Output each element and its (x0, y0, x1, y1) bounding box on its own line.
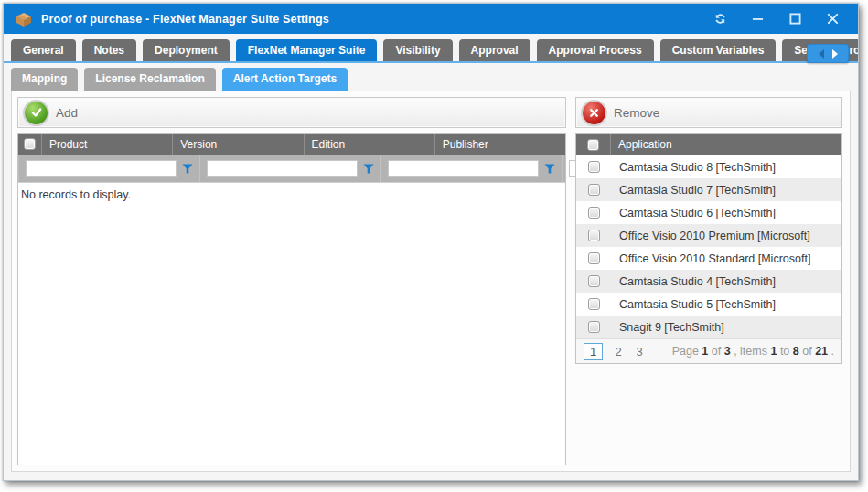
column-header[interactable]: Version (173, 134, 304, 155)
products-toolbar: Add (17, 97, 566, 128)
main-tab[interactable]: Custom Variables (660, 39, 777, 61)
application-name: Snagit 9 [TechSmith] (611, 321, 841, 334)
sub-tab-label: Alert Action Targets (233, 72, 337, 85)
products-grid-header: Product Version Edition Publisher (18, 134, 565, 155)
select-all-checkbox[interactable] (24, 138, 36, 150)
refresh-icon[interactable] (713, 12, 727, 27)
application-row[interactable]: Office Visio 2010 Standard [Microsoft] (576, 247, 841, 270)
tab-scroll-buttons[interactable] (807, 44, 849, 63)
remove-button[interactable]: Remove (583, 102, 659, 124)
column-header-label: Publisher (443, 138, 488, 151)
pager-summary-token: 8 (793, 345, 799, 358)
tab-scroll-left-icon[interactable] (818, 49, 825, 59)
application-row[interactable]: Camtasia Studio 6 [TechSmith] (576, 201, 841, 224)
main-tab[interactable]: Visibility (383, 39, 452, 61)
page-number[interactable]: 3 (634, 345, 645, 358)
row-checkbox[interactable] (588, 298, 600, 310)
application-row[interactable]: Office Visio 2010 Premium [Microsoft] (576, 224, 841, 247)
main-tab[interactable]: Approval Process (537, 39, 654, 61)
main-tab-label: Custom Variables (672, 44, 765, 57)
filter-input[interactable] (26, 160, 177, 177)
pager-summary-token: of (712, 345, 724, 358)
pager-pages: 1 2 3 (584, 343, 645, 360)
row-checkbox-cell (576, 298, 611, 310)
application-name: Camtasia Studio 5 [TechSmith] (611, 298, 841, 311)
row-checkbox-cell (576, 161, 611, 173)
add-button[interactable]: Add (25, 102, 78, 124)
row-checkbox-cell (576, 321, 611, 333)
sub-tab[interactable]: Mapping (11, 68, 78, 91)
row-checkbox-cell (576, 207, 611, 219)
column-header[interactable]: Application (611, 134, 841, 155)
select-all-checkbox[interactable] (587, 139, 599, 151)
window-title: Proof of purchase - FlexNet Manager Suit… (41, 13, 329, 26)
row-checkbox[interactable] (588, 161, 600, 173)
main-tab[interactable]: Notes (82, 39, 136, 61)
pager-summary: Page 1 of 3 , items 1 to (672, 345, 834, 358)
row-checkbox-cell (576, 252, 611, 264)
main-tab-label: FlexNet Manager Suite (248, 44, 366, 57)
row-checkbox[interactable] (588, 275, 600, 287)
sub-tab[interactable]: Alert Action Targets (222, 68, 348, 91)
application-row[interactable]: Camtasia Studio 7 [TechSmith] (576, 178, 841, 201)
column-header-label: Edition (312, 138, 346, 151)
filter-input[interactable] (388, 160, 539, 177)
column-header[interactable]: Edition (305, 134, 435, 155)
row-checkbox[interactable] (588, 230, 600, 241)
row-checkbox-cell (576, 230, 611, 241)
sub-tab-label: License Reclamation (95, 72, 204, 85)
main-tab[interactable]: Approval (459, 39, 530, 61)
application-row[interactable]: Snagit 9 [TechSmith] (576, 316, 841, 338)
remove-button-label: Remove (614, 106, 659, 120)
application-name: Camtasia Studio 6 [TechSmith] (611, 207, 841, 219)
sub-tab-label: Mapping (22, 72, 67, 85)
products-filter-row (18, 155, 565, 182)
main-tab-label: Notes (94, 44, 124, 57)
application-name: Office Visio 2010 Premium [Microsoft] (611, 230, 841, 242)
filter-input[interactable] (207, 160, 358, 177)
applications-section: Remove Application Camtasia Studio 8 [Te… (575, 97, 842, 465)
filter-cell (200, 155, 381, 182)
filter-funnel-icon[interactable] (541, 159, 559, 177)
row-checkbox[interactable] (588, 207, 600, 219)
application-name: Office Visio 2010 Standard [Microsoft] (611, 252, 841, 265)
page-number[interactable]: 2 (613, 345, 624, 358)
pager-summary-token: Page (672, 345, 702, 358)
titlebar-controls (713, 12, 840, 27)
page-number[interactable]: 1 (584, 343, 603, 360)
application-row[interactable]: Camtasia Studio 8 [TechSmith] (576, 155, 841, 178)
main-tab[interactable]: General (11, 39, 76, 61)
tab-scroll-right-icon[interactable] (831, 49, 839, 59)
header-checkbox-cell (576, 134, 611, 155)
applications-grid-header: Application (576, 134, 841, 155)
column-header[interactable]: Product (42, 134, 173, 155)
pager-summary-token: . (831, 345, 834, 358)
main-tab[interactable]: FlexNet Manager Suite (236, 39, 378, 61)
main-tab-label: Visibility (395, 44, 440, 57)
row-checkbox[interactable] (588, 184, 600, 196)
close-icon[interactable] (825, 12, 840, 27)
filter-funnel-icon[interactable] (359, 159, 378, 177)
application-row[interactable]: Camtasia Studio 4 [TechSmith] (576, 270, 841, 293)
pager-summary-token: 1 (702, 345, 708, 358)
minimize-icon[interactable] (750, 12, 765, 27)
main-tab[interactable]: Deployment (143, 39, 230, 61)
pager-summary-token: , items (734, 345, 770, 358)
main-tab-strip: General Notes Deployment FlexNet Manager… (4, 37, 858, 63)
applications-rows: Camtasia Studio 8 [TechSmith] Camtasia S… (576, 155, 841, 338)
remove-icon (583, 102, 605, 124)
application-name: Camtasia Studio 4 [TechSmith] (611, 275, 841, 288)
application-name: Camtasia Studio 8 [TechSmith] (611, 161, 841, 174)
application-row[interactable]: Camtasia Studio 5 [TechSmith] (576, 293, 841, 316)
filter-funnel-icon[interactable] (178, 159, 197, 177)
column-header-label: Product (49, 138, 87, 151)
sub-tab[interactable]: License Reclamation (84, 68, 215, 91)
empty-message: No records to display. (21, 188, 131, 201)
applications-toolbar: Remove (575, 97, 842, 128)
row-checkbox[interactable] (588, 321, 600, 333)
maximize-icon[interactable] (788, 12, 802, 27)
application-name: Camtasia Studio 7 [TechSmith] (611, 184, 841, 197)
row-checkbox[interactable] (588, 252, 600, 264)
column-header[interactable]: Publisher (435, 134, 565, 155)
add-button-label: Add (56, 106, 78, 120)
